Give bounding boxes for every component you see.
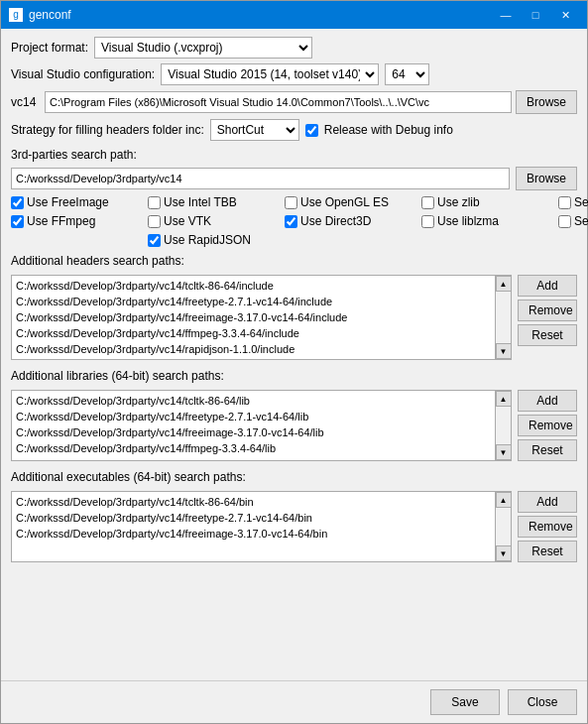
executables-reset-button[interactable]: Reset <box>518 541 577 562</box>
headers-path-area: C:/workssd/Develop/3rdparty/vc14/tcltk-8… <box>11 275 577 360</box>
arch-dropdown[interactable]: 3264 <box>385 63 429 85</box>
executables-path-list[interactable]: C:/workssd/Develop/3rdparty/vc14/tcltk-8… <box>12 492 495 561</box>
close-window-button[interactable]: ✕ <box>551 5 579 25</box>
checkbox-row-2: Use FFmpeg Use VTK Use Direct3D Use libl… <box>11 214 577 228</box>
list-item: C:/workssd/Develop/3rdparty/vc14/rapidjs… <box>16 341 491 357</box>
executables-path-area: C:/workssd/Develop/3rdparty/vc14/tcltk-8… <box>11 491 577 562</box>
libraries-path-area: C:/workssd/Develop/3rdparty/vc14/tcltk-8… <box>11 390 577 461</box>
scroll-up-arrow[interactable]: ▲ <box>496 391 512 407</box>
list-item: C:/workssd/Develop/3rdparty/vc14/ffmpeg-… <box>16 325 491 341</box>
cb-liblzma-input[interactable] <box>421 215 434 228</box>
app-icon: g <box>9 8 23 22</box>
release-debug-checkbox[interactable] <box>305 124 318 137</box>
vs-config-row: Visual Studio configuration: Visual Stud… <box>11 63 577 85</box>
cb-opengl-es-input[interactable] <box>285 196 297 209</box>
libraries-reset-button[interactable]: Reset <box>518 439 577 461</box>
executables-add-button[interactable]: Add <box>518 491 577 513</box>
cb-intel-tbb-label: Use Intel TBB <box>164 195 237 209</box>
headers-scrollbar: ▲ ▼ <box>495 276 511 359</box>
close-button[interactable]: Close <box>508 689 577 715</box>
cb-zlib-input[interactable] <box>421 196 434 209</box>
main-content: Project format: Visual Studio (.vcxproj)… <box>1 29 587 676</box>
scroll-down-arrow[interactable]: ▼ <box>496 343 512 359</box>
scroll-down-arrow[interactable]: ▼ <box>496 545 512 561</box>
search-path-row: Browse <box>11 167 577 190</box>
list-item: C:/workssd/Develop/3rdparty/vc14/tcltk-8… <box>16 278 491 294</box>
headers-add-button[interactable]: Add <box>518 275 577 297</box>
project-format-dropdown[interactable]: Visual Studio (.vcxproj)CMakeMakefile <box>94 37 312 59</box>
cb-search-jdk-input[interactable] <box>558 215 571 228</box>
vc14-browse-button[interactable]: Browse <box>516 90 577 114</box>
save-button[interactable]: Save <box>430 689 500 715</box>
headers-reset-button[interactable]: Reset <box>518 324 577 346</box>
libraries-remove-button[interactable]: Remove <box>518 415 577 436</box>
cb-liblzma-label: Use liblzma <box>437 214 499 228</box>
scroll-up-arrow[interactable]: ▲ <box>496 492 512 508</box>
vc14-label: vc14 <box>11 95 41 109</box>
libraries-path-list[interactable]: C:/workssd/Develop/3rdparty/vc14/tcltk-8… <box>12 391 495 460</box>
headers-buttons: Add Remove Reset <box>518 275 577 360</box>
headers-path-section: C:/workssd/Develop/3rdparty/vc14/tcltk-8… <box>11 275 512 360</box>
titlebar-title: g genconf <box>9 8 71 22</box>
cb-ffmpeg-label: Use FFmpeg <box>27 214 95 228</box>
vc14-row: vc14 Browse <box>11 90 577 114</box>
cb-liblzma: Use liblzma <box>421 214 550 228</box>
scroll-down-arrow[interactable]: ▼ <box>496 444 512 460</box>
cb-opengl-es-label: Use OpenGL ES <box>300 195 389 209</box>
list-item: C:/workssd/Develop/3rdparty/vc14/freetyp… <box>16 409 491 424</box>
cb-rapidjson-label: Use RapidJSON <box>164 233 251 247</box>
cb-vtk-input[interactable] <box>148 215 161 228</box>
cb-zlib: Use zlib <box>421 195 550 209</box>
cb-direct3d-input[interactable] <box>285 215 297 228</box>
cb-ffmpeg: Use FFmpeg <box>11 214 140 228</box>
cb-search-qt4-input[interactable] <box>558 196 571 209</box>
cb-search-jdk-label: Search JDK <box>574 214 588 228</box>
executables-label: Additional executables (64-bit) search p… <box>11 470 577 484</box>
headers-path-list[interactable]: C:/workssd/Develop/3rdparty/vc14/tcltk-8… <box>12 276 495 359</box>
checkbox-row-1: Use FreeImage Use Intel TBB Use OpenGL E… <box>11 195 577 209</box>
executables-path-section: C:/workssd/Develop/3rdparty/vc14/tcltk-8… <box>11 491 512 562</box>
cb-intel-tbb: Use Intel TBB <box>148 195 277 209</box>
libraries-path-section: C:/workssd/Develop/3rdparty/vc14/tcltk-8… <box>11 390 512 461</box>
strategy-dropdown[interactable]: ShortCutCopyLink <box>210 119 299 141</box>
list-item: C:/workssd/Develop/3rdparty/vc14/tcltk-8… <box>16 393 491 409</box>
maximize-button[interactable]: □ <box>522 5 549 25</box>
minimize-button[interactable]: — <box>492 5 520 25</box>
libraries-scrollbar: ▲ ▼ <box>495 391 511 460</box>
scroll-up-arrow[interactable]: ▲ <box>496 276 512 292</box>
list-item: C:/workssd/Develop/3rdparty/vc14/ffmpeg-… <box>16 440 491 456</box>
cb-freeimage-input[interactable] <box>11 196 24 209</box>
executables-buttons: Add Remove Reset <box>518 491 577 562</box>
cb-direct3d-label: Use Direct3D <box>300 214 371 228</box>
executables-scrollbar: ▲ ▼ <box>495 492 511 561</box>
list-item: C:/workssd/Develop/3rdparty/vc14/freeima… <box>16 309 491 325</box>
vc14-path-input[interactable] <box>45 91 512 113</box>
list-item: C:/workssd/Develop/3rdparty/vc14/freetyp… <box>16 510 491 526</box>
cb-freeimage-label: Use FreeImage <box>27 195 109 209</box>
strategy-row: Strategy for filling headers folder inc:… <box>11 119 577 141</box>
titlebar: g genconf — □ ✕ <box>1 1 587 29</box>
cb-direct3d: Use Direct3D <box>285 214 413 228</box>
headers-remove-button[interactable]: Remove <box>518 300 577 321</box>
list-item: C:/workssd/Develop/3rdparty/vc14/tcltk-8… <box>16 494 491 510</box>
search-path-browse-button[interactable]: Browse <box>516 167 577 190</box>
project-format-label: Project format: <box>11 41 88 55</box>
libraries-label: Additional libraries (64-bit) search pat… <box>11 369 577 383</box>
cb-rapidjson-input[interactable] <box>148 234 161 247</box>
list-item: C:/workssd/Develop/3rdparty/vc14/freeima… <box>16 424 491 440</box>
cb-ffmpeg-input[interactable] <box>11 215 24 228</box>
cb-search-jdk: Search JDK <box>558 214 588 228</box>
search-path-input[interactable] <box>11 168 510 189</box>
footer: Save Close <box>1 680 587 723</box>
cb-vtk-label: Use VTK <box>164 214 211 228</box>
executables-remove-button[interactable]: Remove <box>518 516 577 538</box>
libraries-buttons: Add Remove Reset <box>518 390 577 461</box>
libraries-add-button[interactable]: Add <box>518 390 577 412</box>
cb-intel-tbb-input[interactable] <box>148 196 161 209</box>
strategy-label: Strategy for filling headers folder inc: <box>11 123 204 137</box>
vs-config-dropdown[interactable]: Visual Studio 2015 (14, toolset v140)Vis… <box>161 63 379 85</box>
cb-search-qt4: Search Qt4 <box>558 195 588 209</box>
vs-config-label: Visual Studio configuration: <box>11 67 155 81</box>
project-format-row: Project format: Visual Studio (.vcxproj)… <box>11 37 577 59</box>
cb-rapidjson: Use RapidJSON <box>148 233 277 247</box>
